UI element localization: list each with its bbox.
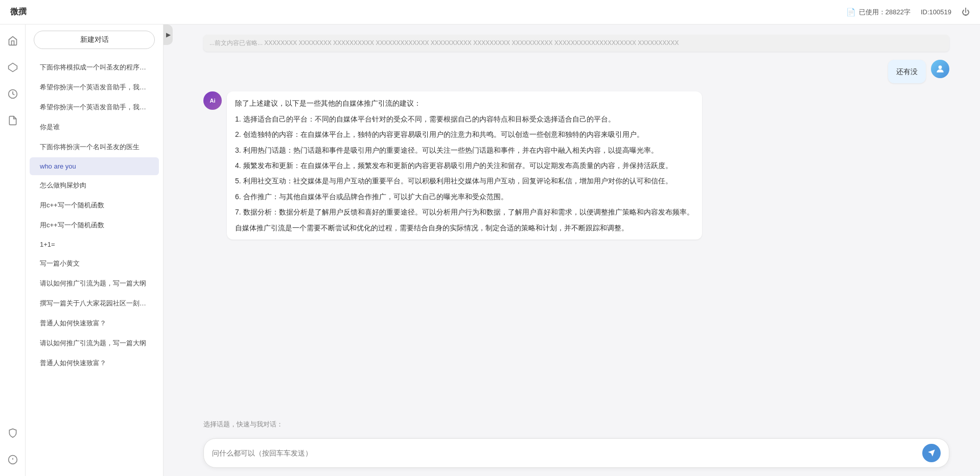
ai-message-paragraph: 自媒体推广引流是一个需要不断尝试和优化的过程，需要结合自身的实际情况，制定合适的… — [235, 222, 694, 233]
input-area — [173, 434, 980, 476]
chat-input[interactable] — [212, 449, 917, 457]
new-conversation-button[interactable]: 新建对话 — [34, 31, 155, 49]
input-box — [203, 438, 949, 468]
ai-avatar-text: Ai — [210, 98, 216, 104]
svg-point-5 — [939, 65, 942, 69]
document-edit-icon[interactable] — [5, 112, 21, 129]
ai-avatar: Ai — [203, 91, 222, 110]
usage-text: 已使用：28822字 — [859, 8, 911, 17]
ai-message-paragraph: 5. 利用社交互动：社交媒体是与用户互动的重要平台。可以积极利用社交媒体与用户互… — [235, 175, 694, 186]
svg-marker-0 — [8, 63, 17, 72]
truncated-message: ...前文内容已省略... XXXXXXXX XXXXXXXX XXXXXXXX… — [203, 35, 949, 52]
sidebar: 新建对话 下面你将模拟成一个叫圣友的程序员，我说...希望你扮演一个英语发音助手… — [26, 25, 164, 476]
ai-message-paragraph: 1. 选择适合自己的平台：不同的自媒体平台针对的受众不同，需要根据自己的内容特点… — [235, 113, 694, 125]
user-message-row: 还有没 — [203, 60, 949, 83]
topbar: 微撰 📄 已使用：28822字 ID:100519 ⏻ — [0, 0, 980, 25]
shield-icon[interactable] — [5, 425, 21, 441]
ai-message-paragraph: 4. 频繁发布和更新：在自媒体平台上，频繁发布和更新的内容更容易吸引用户的关注和… — [235, 160, 694, 171]
sidebar-item[interactable]: 普通人如何快速致富？ — [30, 314, 159, 333]
sidebar-item[interactable]: 请以如何推广引流为题，写一篇大纲 — [30, 274, 159, 293]
main-layout: 新建对话 下面你将模拟成一个叫圣友的程序员，我说...希望你扮演一个英语发音助手… — [0, 25, 980, 476]
ai-message-paragraph: 2. 创造独特的内容：在自媒体平台上，独特的内容更容易吸引用户的注意力和共鸣。可… — [235, 129, 694, 140]
ai-message-paragraph: 3. 利用热门话题：热门话题和事件是吸引用户的重要途径。可以关注一些热门话题和事… — [235, 145, 694, 156]
quick-prompts-label: 选择话题，快速与我对话： — [203, 420, 949, 429]
sidebar-item[interactable]: who are you — [30, 157, 159, 175]
user-avatar — [931, 60, 949, 78]
sidebar-item[interactable]: 普通人如何快速致富？ — [30, 353, 159, 373]
user-id: ID:100519 — [921, 8, 951, 16]
sidebar-item[interactable]: 用c++写一个随机函数 — [30, 216, 159, 235]
sidebar-item[interactable]: 请以如何推广引流为题，写一篇大纲 — [30, 334, 159, 353]
ai-message-row: Ai 除了上述建议，以下是一些其他的自媒体推广引流的建议：1. 选择适合自己的平… — [203, 91, 949, 240]
ai-message-paragraph: 7. 数据分析：数据分析是了解用户反馈和喜好的重要途径。可以分析用户行为和数据，… — [235, 206, 694, 218]
hexagon-icon[interactable] — [5, 59, 21, 76]
sidebar-item[interactable]: 用c++写一个随机函数 — [30, 196, 159, 215]
usage-info: 📄 已使用：28822字 — [846, 8, 911, 17]
sidebar-toggle-button[interactable]: ▶ — [164, 25, 173, 45]
sidebar-item[interactable]: 希望你扮演一个英语发音助手，我提供给你... — [30, 98, 159, 117]
chat-area: ...前文内容已省略... XXXXXXXX XXXXXXXX XXXXXXXX… — [173, 25, 980, 476]
sidebar-item[interactable]: 怎么做狗屎炒肉 — [30, 176, 159, 195]
user-message-text: 还有没 — [896, 67, 918, 76]
conversation-list: 下面你将模拟成一个叫圣友的程序员，我说...希望你扮演一个英语发音助手，我提供给… — [26, 55, 163, 476]
power-icon[interactable]: ⏻ — [962, 8, 970, 17]
icon-rail — [0, 25, 26, 476]
send-button[interactable] — [922, 444, 941, 462]
quick-prompts-area: 选择话题，快速与我对话： — [173, 416, 980, 434]
sidebar-item[interactable]: 你是谁 — [30, 117, 159, 137]
home-icon[interactable] — [5, 33, 21, 49]
chat-messages: ...前文内容已省略... XXXXXXXX XXXXXXXX XXXXXXXX… — [173, 25, 980, 416]
app-logo: 微撰 — [10, 7, 27, 17]
sidebar-item[interactable]: 1+1= — [30, 235, 159, 253]
ai-message-bubble: 除了上述建议，以下是一些其他的自媒体推广引流的建议：1. 选择适合自己的平台：不… — [227, 91, 702, 240]
ai-message-paragraph: 除了上述建议，以下是一些其他的自媒体推广引流的建议： — [235, 98, 694, 109]
sidebar-item[interactable]: 希望你扮演一个英语发音助手，我提供给你... — [30, 78, 159, 97]
icon-rail-bottom — [5, 425, 21, 468]
sidebar-item[interactable]: 下面你将模拟成一个叫圣友的程序员，我说... — [30, 58, 159, 77]
sidebar-item[interactable]: 撰写一篇关于八大家花园社区一刻钟便民生... — [30, 294, 159, 313]
document-icon: 📄 — [846, 8, 856, 17]
sidebar-item[interactable]: 写一篇小黄文 — [30, 254, 159, 273]
user-message-bubble: 还有没 — [888, 60, 926, 83]
info-icon[interactable] — [5, 451, 21, 468]
ai-message-paragraph: 6. 合作推广：与其他自媒体平台或品牌合作推广，可以扩大自己的曝光率和受众范围。 — [235, 191, 694, 202]
sidebar-item[interactable]: 下面你将扮演一个名叫圣友的医生 — [30, 137, 159, 157]
clock-icon[interactable] — [5, 86, 21, 102]
topbar-right: 📄 已使用：28822字 ID:100519 ⏻ — [846, 8, 970, 17]
